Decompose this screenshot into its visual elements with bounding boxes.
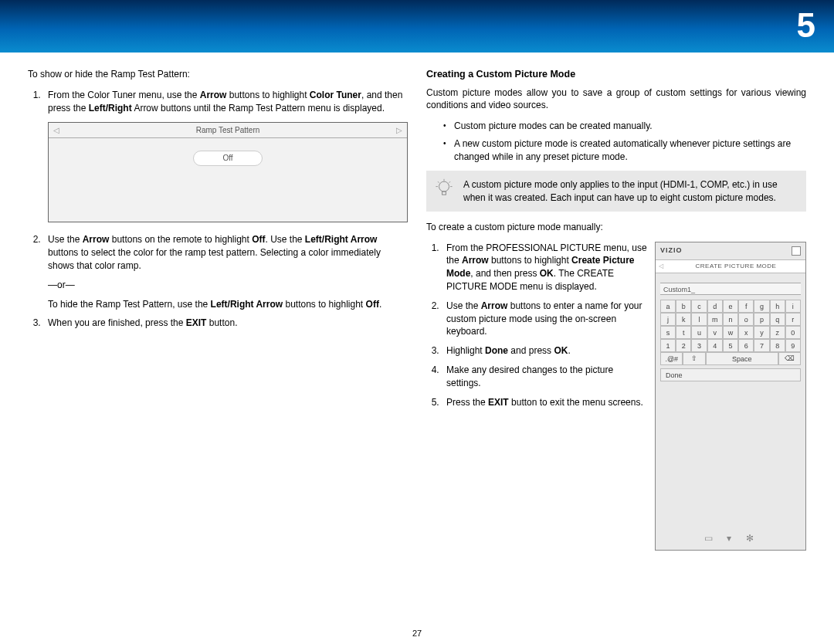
kb-key-b: b (676, 300, 691, 313)
kb-key-s: s (660, 326, 676, 339)
kb-key-l: l (691, 313, 707, 326)
kb-key-0: 0 (785, 326, 801, 339)
ramp-title: Ramp Test Pattern (196, 126, 260, 134)
kb-key-h: h (770, 300, 785, 313)
kb-key-c: c (691, 300, 707, 313)
svg-line-4 (449, 182, 451, 184)
kb-key-a: a (660, 300, 676, 313)
left-lead: To show or hide the Ramp Test Pattern: (28, 68, 408, 81)
kb-key-u: u (691, 326, 707, 339)
kb-key-4: 4 (707, 339, 723, 352)
kb-key-7: 7 (754, 339, 769, 352)
device-brand: VIZIO (660, 246, 683, 256)
kb-key-6: 6 (738, 339, 754, 352)
section-heading: Creating a Custom Picture Mode (426, 68, 806, 82)
ramp-right-arrow-icon: ▷ (396, 123, 402, 138)
right-step-4: Make any desired changes to the picture … (442, 364, 647, 390)
kb-key-j: j (660, 313, 676, 326)
kb-key-m: m (707, 313, 723, 326)
osd-footer-icons: ▭ ▾ ✻ (656, 532, 805, 545)
svg-rect-1 (442, 192, 446, 195)
kb-key-8: 8 (770, 339, 785, 352)
osd-keyboard: abcdefghijklmnopqrstuvwxyz0123456789 .@#… (660, 300, 801, 365)
kb-key-f: f (738, 300, 754, 313)
right-step-1: From the PROFESSIONAL PICTURE menu, use … (442, 242, 647, 293)
kb-key-x: x (738, 326, 754, 339)
kb-key-o: o (738, 313, 754, 326)
lightbulb-icon (434, 178, 454, 198)
kb-key-e: e (723, 300, 738, 313)
left-step-1: From the Color Tuner menu, use the Arrow… (43, 89, 408, 223)
kb-done-row: Done (660, 368, 801, 381)
ramp-left-arrow-icon: ◁ (53, 123, 59, 138)
kb-backspace-key: ⌫ (778, 352, 801, 365)
svg-point-0 (439, 182, 449, 192)
note-text: A custom picture mode only applies to th… (463, 179, 778, 202)
ramp-value-pill: Off (193, 151, 263, 166)
kb-key-q: q (770, 313, 785, 326)
kb-key-9: 9 (785, 339, 801, 352)
or-separator: —or— (48, 279, 408, 292)
left-step-3: When you are finished, press the EXIT bu… (43, 317, 408, 330)
kb-space-key: Space (706, 352, 778, 365)
right-step-2: Use the Arrow buttons to enter a name fo… (442, 300, 647, 338)
kb-key-t: t (676, 326, 691, 339)
note-callout: A custom picture mode only applies to th… (426, 171, 806, 211)
chapter-banner: 5 (0, 0, 834, 53)
kb-key-i: i (785, 300, 801, 313)
osd-name-input: Custom1_ (660, 283, 801, 295)
intro-paragraph: Custom picture modes allow you to save a… (426, 86, 806, 113)
kb-symbols-key: .@# (660, 352, 683, 365)
osd-device-mock: VIZIO ◁ CREATE PICTURE MODE Custom1_ abc… (655, 242, 806, 551)
kb-key-p: p (754, 313, 769, 326)
kb-key-y: y (754, 326, 769, 339)
bullet-2: A new custom picture mode is created aut… (443, 137, 806, 164)
kb-key-n: n (723, 313, 738, 326)
kb-key-w: w (723, 326, 738, 339)
kb-shift-key: ⇧ (683, 352, 705, 365)
left-column: To show or hide the Ramp Test Pattern: F… (28, 68, 408, 551)
osd-back-arrow-icon: ◁ (656, 262, 666, 270)
right-column: Creating a Custom Picture Mode Custom pi… (426, 68, 806, 551)
kb-key-1: 1 (660, 339, 676, 352)
kb-key-2: 2 (676, 339, 691, 352)
right-step-5: Press the EXIT button to exit the menu s… (442, 396, 647, 409)
right-lead-2: To create a custom picture mode manually… (426, 221, 806, 234)
bullet-1: Custom picture modes can be created manu… (443, 120, 806, 133)
ramp-test-pattern-panel: ◁ Ramp Test Pattern ▷ Off (48, 122, 408, 222)
page-number: 27 (0, 629, 834, 638)
osd-bar-label: CREATE PICTURE MODE (666, 262, 805, 270)
kb-key-r: r (785, 313, 801, 326)
chapter-number: 5 (797, 6, 815, 45)
svg-line-3 (438, 182, 439, 184)
home-icon (792, 246, 801, 256)
kb-key-v: v (707, 326, 723, 339)
kb-key-k: k (676, 313, 691, 326)
kb-key-g: g (754, 300, 769, 313)
kb-key-d: d (707, 300, 723, 313)
kb-key-5: 5 (723, 339, 738, 352)
right-step-3: Highlight Done and press OK. (442, 344, 647, 358)
left-step-2: Use the Arrow buttons on the remote to h… (43, 233, 408, 310)
kb-key-z: z (770, 326, 785, 339)
kb-key-3: 3 (691, 339, 707, 352)
